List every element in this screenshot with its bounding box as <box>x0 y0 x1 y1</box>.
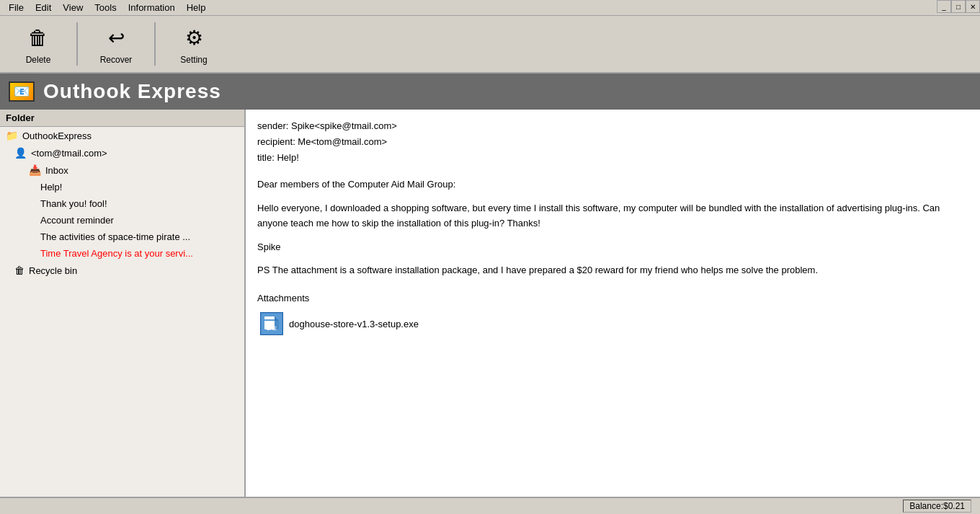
account-icon: 👤 <box>14 147 27 159</box>
recyclebin-label: Recycle bin <box>29 265 77 276</box>
delete-label: Delete <box>26 55 51 65</box>
accountreminder-label: Account reminder <box>40 215 114 226</box>
sidebar: Folder 📁 OuthookExpress 👤 <tom@tmail.com… <box>0 110 246 497</box>
main-layout: Folder 📁 OuthookExpress 👤 <tom@tmail.com… <box>0 110 980 497</box>
attachment-item[interactable]: EXE doghouse-store-v1.3-setup.exe <box>257 309 422 338</box>
sidebar-item-thankyou[interactable]: Thank you! fool! <box>0 195 244 212</box>
attachment-name: doghouse-store-v1.3-setup.exe <box>289 319 419 329</box>
sidebar-item-account[interactable]: 👤 <tom@tmail.com> <box>0 144 244 161</box>
sidebar-item-outhookexpress[interactable]: 📁 OuthookExpress <box>0 127 244 144</box>
minimize-button[interactable]: _ <box>937 0 951 13</box>
outhookexpress-icon: 📁 <box>6 130 18 141</box>
email-sender: sender: Spike<spike@tmail.com> <box>257 118 968 134</box>
spacepirate-label: The activities of space-time pirate ... <box>40 231 190 242</box>
toolbar-separator-1 <box>76 22 78 66</box>
menu-view[interactable]: View <box>57 1 89 14</box>
email-greeting: Dear members of the Computer Aid Mail Gr… <box>257 177 968 192</box>
thankyou-label: Thank you! fool! <box>40 198 107 209</box>
attachments-section: Attachments EXE doghouse-store-v1.3-setu… <box>257 293 968 338</box>
toolbar-separator-2 <box>154 22 156 66</box>
menubar: File Edit View Tools Information Help _ … <box>0 0 980 16</box>
maximize-button[interactable]: □ <box>951 0 966 13</box>
email-ps: PS The attachment is a software installa… <box>257 263 968 278</box>
sidebar-item-spacepirate[interactable]: The activities of space-time pirate ... <box>0 229 244 245</box>
email-signature: Spike <box>257 240 968 255</box>
window-controls: _ □ ✕ <box>937 0 980 16</box>
app-title: Outhook Express <box>43 80 221 103</box>
account-label: <tom@tmail.com> <box>31 148 107 159</box>
app-logo: 📧 <box>9 81 35 102</box>
timetravel-label: Time Travel Agency is at your servi... <box>40 248 193 259</box>
menu-information[interactable]: Information <box>122 1 181 14</box>
delete-button[interactable]: 🗑 Delete <box>6 19 71 69</box>
app-header: 📧 Outhook Express <box>0 74 980 110</box>
attachments-label: Attachments <box>257 293 968 303</box>
outhookexpress-label: OuthookExpress <box>22 130 92 141</box>
recyclebin-icon: 🗑 <box>14 265 24 276</box>
setting-icon: ⚙ <box>179 23 208 52</box>
email-recipient: recipient: Me<tom@tmail.com> <box>257 134 968 150</box>
recover-button[interactable]: ↩ Recover <box>84 19 148 69</box>
menu-tools[interactable]: Tools <box>89 1 122 14</box>
recover-label: Recover <box>100 55 133 65</box>
email-meta: sender: Spike<spike@tmail.com> recipient… <box>257 118 968 166</box>
help-label: Help! <box>40 182 62 192</box>
svg-text:EXE: EXE <box>267 326 277 331</box>
menu-help[interactable]: Help <box>181 1 212 14</box>
email-body1: Hello everyone, I downloaded a shopping … <box>257 201 968 231</box>
email-body: Dear members of the Computer Aid Mail Gr… <box>257 177 968 278</box>
sidebar-item-help[interactable]: Help! <box>0 179 244 195</box>
sidebar-item-accountreminder[interactable]: Account reminder <box>0 212 244 229</box>
statusbar: Balance:$0.21 <box>0 497 980 514</box>
menu-edit[interactable]: Edit <box>30 1 57 14</box>
inbox-icon: 📥 <box>29 164 41 176</box>
sidebar-item-inbox[interactable]: 📥 Inbox <box>0 161 244 179</box>
close-button[interactable]: ✕ <box>966 0 980 13</box>
setting-label: Setting <box>180 55 207 65</box>
setting-button[interactable]: ⚙ Setting <box>161 19 226 69</box>
toolbar: 🗑 Delete ↩ Recover ⚙ Setting <box>0 16 980 74</box>
balance-display: Balance:$0.21 <box>903 500 971 513</box>
attachment-icon: EXE <box>260 312 283 335</box>
email-content-pane: sender: Spike<spike@tmail.com> recipient… <box>246 110 980 497</box>
sidebar-item-recyclebin[interactable]: 🗑 Recycle bin <box>0 262 244 279</box>
menu-file[interactable]: File <box>3 1 30 14</box>
recover-icon: ↩ <box>102 23 130 52</box>
delete-icon: 🗑 <box>24 23 53 52</box>
sidebar-item-timetravel[interactable]: Time Travel Agency is at your servi... <box>0 245 244 262</box>
svg-rect-2 <box>264 319 275 321</box>
folder-header: Folder <box>0 110 244 127</box>
inbox-label: Inbox <box>45 165 68 176</box>
email-title: title: Help! <box>257 150 968 166</box>
